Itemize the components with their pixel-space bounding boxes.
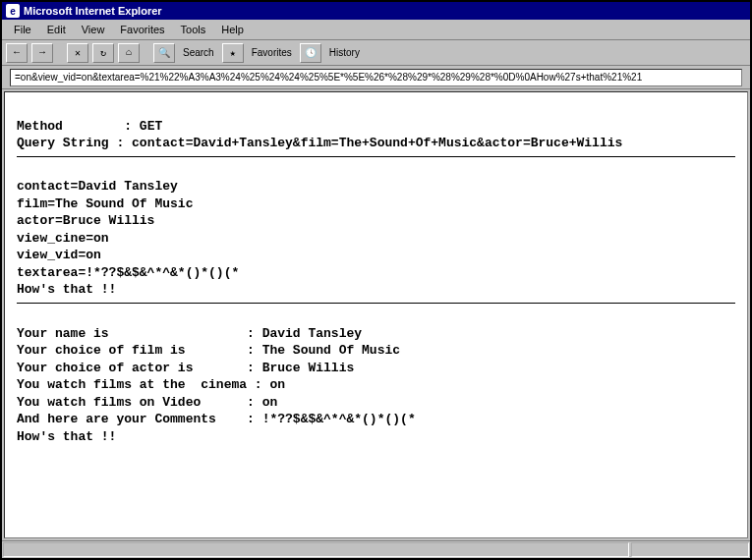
parsed-vid-value: on [262, 395, 278, 410]
parsed-film-value: The Sound Of Music [262, 343, 400, 358]
method-value: GET [140, 119, 162, 134]
menu-edit[interactable]: Edit [39, 22, 74, 37]
status-zone [631, 542, 749, 557]
history-icon[interactable]: 🕓 [300, 43, 321, 63]
stop-button[interactable]: ✕ [67, 43, 88, 63]
query-label: Query String : [17, 136, 124, 150]
divider [17, 156, 735, 157]
history-label: History [325, 47, 364, 58]
menu-tools[interactable]: Tools [173, 22, 214, 37]
divider [17, 303, 735, 304]
menu-file[interactable]: File [6, 22, 39, 37]
parsed-actor-label: Your choice of actor is : [17, 361, 255, 375]
parsed-actor-value: Bruce Willis [262, 361, 355, 375]
raw-line: How's that !! [17, 282, 116, 297]
parsed-name-label: Your name is : [17, 326, 255, 341]
search-icon[interactable]: 🔍 [153, 43, 175, 63]
home-button[interactable]: ⌂ [118, 43, 140, 63]
forward-button[interactable]: → [31, 43, 53, 63]
raw-line: actor=Bruce Willis [17, 213, 154, 228]
title-bar: e Microsoft Internet Explorer [2, 2, 750, 20]
parsed-comments-value: !*??$&$&^*^&*()*()(* [262, 412, 416, 426]
parsed-comments-label: And here are your Comments : [17, 412, 255, 426]
menu-favorites[interactable]: Favorites [112, 22, 172, 37]
search-label: Search [179, 47, 218, 58]
parsed-vid-label: You watch films on Video : [17, 395, 255, 410]
raw-line: view_vid=on [17, 248, 101, 262]
refresh-button[interactable]: ↻ [92, 43, 114, 63]
status-bar [2, 540, 750, 558]
parsed-cine-label: You watch films at the cinema : [17, 377, 262, 392]
parsed-cine-value: on [269, 377, 285, 392]
browser-window: e Microsoft Internet Explorer File Edit … [0, 0, 752, 560]
method-label: Method : [17, 119, 132, 134]
menu-bar: File Edit View Favorites Tools Help [2, 20, 750, 40]
query-value: contact=David+Tansley&film=The+Sound+Of+… [132, 136, 622, 150]
url-input[interactable]: =on&view_vid=on&textarea=%21%22%A3%A3%24… [10, 69, 742, 86]
raw-line: film=The Sound Of Music [17, 196, 193, 211]
favorites-icon[interactable]: ★ [222, 43, 244, 63]
toolbar: ← → ✕ ↻ ⌂ 🔍 Search ★ Favorites 🕓 History [2, 40, 750, 66]
parsed-film-label: Your choice of film is : [17, 343, 255, 358]
menu-help[interactable]: Help [213, 22, 252, 37]
raw-line: textarea=!*??$&$&^*^&*()*()(* [17, 265, 239, 280]
favorites-label: Favorites [248, 47, 296, 58]
back-button[interactable]: ← [6, 43, 28, 63]
address-bar: =on&view_vid=on&textarea=%21%22%A3%A3%24… [2, 66, 750, 89]
parsed-closing: How's that !! [17, 429, 116, 444]
window-title: Microsoft Internet Explorer [24, 5, 162, 17]
ie-icon: e [6, 4, 20, 18]
menu-view[interactable]: View [74, 22, 113, 37]
page-content: Method : GET Query String : contact=Davi… [4, 91, 748, 538]
parsed-name-value: David Tansley [262, 326, 362, 341]
raw-line: contact=David Tansley [17, 179, 178, 194]
status-text [3, 542, 629, 557]
raw-line: view_cine=on [17, 231, 109, 246]
